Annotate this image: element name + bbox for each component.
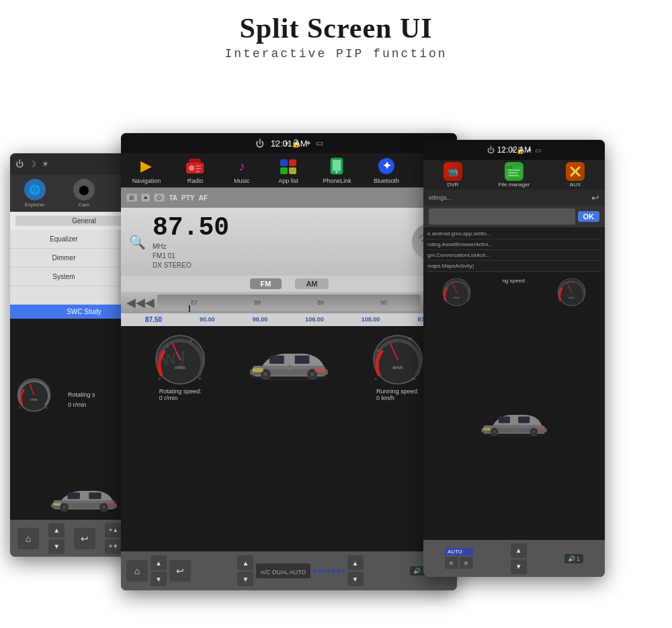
applist-icon	[276, 156, 300, 176]
radio-unit: MHz	[153, 243, 167, 250]
preset-3[interactable]: 98.00	[253, 316, 268, 323]
svg-rect-25	[289, 167, 296, 174]
right-gauge-row: r/min ng speed: km/h	[423, 273, 605, 309]
search-ok-button[interactable]: OK	[578, 211, 600, 222]
svg-text:km/h: km/h	[392, 365, 403, 370]
sidebar-item-explorer[interactable]: 🌐 Explorer	[24, 179, 46, 208]
svg-text:5: 5	[190, 339, 192, 343]
heat-up[interactable]: ☀▲	[105, 523, 121, 538]
radio-tb-rec[interactable]: ●	[141, 194, 150, 202]
mid-car-silhouette-area	[245, 346, 333, 389]
mid-back-button[interactable]: ↩	[169, 560, 191, 582]
list-item-1[interactable]: e.android.gms.app.settin...	[427, 229, 601, 239]
dot-2	[318, 570, 321, 573]
mid-down-arrow[interactable]: ▼	[151, 572, 167, 586]
up-arrow-button[interactable]: ▲	[48, 523, 65, 538]
freq-slider[interactable]: 87 88 89 90	[157, 295, 421, 311]
aux-icon	[566, 162, 585, 181]
svg-text:240: 240	[411, 377, 416, 381]
radio-freq-display: 🔍 87.50 MHz FM1 01 DX STEREO	[121, 208, 457, 276]
power-icon[interactable]: ⏻	[15, 159, 24, 169]
nav-bluetooth[interactable]: ✦ Bluetooth	[374, 156, 399, 184]
nav-aux[interactable]: AUX	[566, 162, 585, 188]
home-button[interactable]: ⌂	[17, 528, 39, 549]
sidebar-item-cam[interactable]: ⬤ Cam	[73, 179, 95, 208]
radio-ta[interactable]: TA	[169, 194, 177, 202]
ac-icon-1[interactable]: ⊕	[445, 557, 458, 569]
left-rpm-gauge: r/min 0 8	[15, 377, 62, 424]
mid-home-button[interactable]: ⌂	[126, 560, 148, 582]
heat-dn[interactable]: ☀▼	[105, 539, 121, 554]
svg-rect-14	[53, 503, 60, 506]
ac-up2[interactable]: ▲	[347, 555, 364, 570]
ac-icon-2[interactable]: ⊕	[460, 557, 473, 569]
settings-back-button[interactable]: ↩	[591, 192, 599, 203]
mid-gauges: r/min 0 8 3 5 Rotating speed: 0 r/min	[121, 326, 457, 401]
mid-power-icon[interactable]: ⏻	[255, 139, 264, 149]
radio-pty[interactable]: PTY	[181, 194, 194, 202]
svg-text:80: 80	[376, 349, 380, 352]
am-button[interactable]: AM	[295, 278, 328, 289]
preset-2[interactable]: 90.00	[200, 316, 215, 323]
moon-icon[interactable]: ☽	[29, 159, 36, 169]
nav-dvr[interactable]: 📹 DVR	[444, 162, 462, 188]
right-dn-arrow[interactable]: ▼	[511, 559, 527, 574]
svg-rect-86	[538, 428, 545, 431]
svg-text:0: 0	[19, 406, 21, 409]
preset-4[interactable]: 106.00	[305, 316, 324, 323]
mid-up-arrow[interactable]: ▲	[151, 555, 167, 570]
radio-search-icon[interactable]: 🔍	[129, 234, 146, 250]
right-volume-display: 🔊 1	[564, 554, 584, 563]
svg-text:✦: ✦	[382, 160, 392, 171]
equalizer-item[interactable]: Equalizer	[10, 230, 118, 249]
preset-1[interactable]: 87.50	[145, 316, 162, 323]
left-items: Equalizer Dimmer System	[10, 230, 118, 305]
dimmer-item[interactable]: Dimmer	[10, 249, 118, 268]
left-gauge-info: Rotating s 0 r/min	[68, 390, 95, 409]
svg-rect-84	[518, 416, 530, 423]
rotating-label: Rotating s	[68, 390, 95, 399]
radio-icon	[183, 156, 207, 176]
running-label: Running speed: 0 km/h	[376, 388, 419, 401]
right-up-arrow[interactable]: ▲	[511, 543, 527, 558]
system-item[interactable]: System	[10, 268, 118, 286]
nav-filemanager[interactable]: File manager	[499, 162, 530, 188]
right-topbar: ⏻ ☽ ☀ 12:02 AM 🔒 ✦ ▭	[423, 140, 605, 160]
svg-rect-54	[314, 368, 325, 372]
back-button[interactable]: ↩	[74, 528, 95, 549]
nav-applist[interactable]: App list	[276, 156, 300, 184]
fm-button[interactable]: FM	[250, 278, 282, 289]
brightness-icon[interactable]: ☀	[42, 159, 49, 169]
list-item-4[interactable]: maps.MapsActivity)	[427, 261, 601, 272]
radio-freq-group: 87.50 MHz FM1 01 DX STEREO	[153, 213, 229, 270]
ac-dn2[interactable]: ▼	[347, 572, 364, 586]
radio-af[interactable]: AF	[198, 194, 207, 202]
nav-radio-label: Radio	[187, 178, 204, 184]
music-icon: ♪	[230, 156, 254, 176]
nav-music[interactable]: ♪ Music	[230, 156, 254, 184]
filemgr-label: File manager	[499, 182, 530, 188]
ac-dn1[interactable]: ▼	[237, 572, 253, 586]
nav-radio[interactable]: Radio	[183, 156, 207, 184]
nav-navigation-label: Navigation	[132, 178, 161, 184]
right-power-icon[interactable]: ⏻	[487, 146, 495, 154]
mid-rpm-gauge-group: r/min 0 8 3 5 Rotating speed: 0 r/min	[153, 333, 207, 401]
svg-text:0: 0	[159, 377, 161, 381]
ac-up1[interactable]: ▲	[237, 555, 253, 570]
right-kmh-gauge-group: km/h	[556, 277, 587, 307]
nav-phonelink[interactable]: PhoneLink	[323, 156, 351, 184]
preset-5[interactable]: 108.00	[362, 316, 380, 323]
seek-left-button[interactable]: ◀◀◀	[126, 295, 155, 310]
list-item-2[interactable]: nding.AssetBrowserActivi...	[427, 239, 601, 250]
radio-tb-info[interactable]: ⊙	[154, 194, 165, 202]
radio-tb-eq[interactable]: ⊞	[126, 194, 137, 202]
svg-text:r/min: r/min	[454, 297, 459, 299]
nav-navigation[interactable]: ▶ Navigation	[132, 156, 161, 184]
list-item-3[interactable]: gm.ConversationListActi...	[427, 250, 601, 261]
right-dashboard: r/min ng speed: km/h	[423, 273, 605, 540]
search-input[interactable]	[429, 208, 575, 225]
radio-freq-detail: MHz FM1 01 DX STEREO	[153, 242, 229, 270]
mid-nav: ▶ Navigation Radio	[121, 153, 457, 188]
svg-rect-15	[108, 503, 115, 506]
down-arrow-button[interactable]: ▼	[48, 539, 65, 554]
